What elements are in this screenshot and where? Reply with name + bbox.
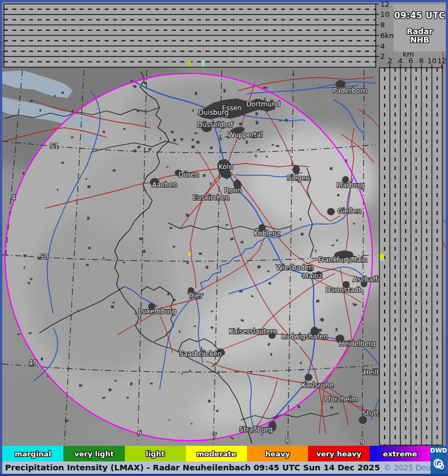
legend-label: very light xyxy=(74,450,114,458)
echo-cell xyxy=(188,253,191,256)
city-label: Marburg xyxy=(337,181,365,189)
town-speck xyxy=(196,141,199,143)
town-speck xyxy=(239,123,242,125)
town-speck xyxy=(22,172,24,175)
town-speck xyxy=(113,302,115,304)
legend-label: very heavy xyxy=(316,450,362,458)
radar-name-label: Radar NHB xyxy=(394,27,446,44)
town-speck xyxy=(246,141,248,144)
echo-cell xyxy=(202,60,204,67)
town-speck xyxy=(300,362,302,364)
legend-item-very-light: very light xyxy=(63,446,124,461)
town-speck xyxy=(127,396,129,398)
grid-label: 9 xyxy=(360,438,365,446)
town-speck xyxy=(263,87,267,89)
city-label: Heidelberg xyxy=(339,340,375,348)
city-label: Darmstadt xyxy=(325,286,361,294)
town-speck xyxy=(150,382,153,384)
town-speck xyxy=(61,162,64,164)
city-label: Düren xyxy=(179,171,199,179)
height-tick-label: 2 xyxy=(380,52,385,60)
height-tick-label: 12 xyxy=(380,0,390,8)
city-label: Duisburg xyxy=(198,109,228,116)
bottom-frame xyxy=(0,474,448,476)
title-bar: Precipitation Intensity (LMAX) - Radar N… xyxy=(2,461,431,474)
map-title: Precipitation Intensity (LMAX) - Radar N… xyxy=(5,463,380,472)
town-speck xyxy=(335,328,338,331)
grid-label: 50 xyxy=(40,253,48,261)
town-speck xyxy=(330,167,333,170)
distance-tick-label: 4 xyxy=(398,57,403,65)
grid-label: 7 xyxy=(212,432,217,440)
town-speck xyxy=(88,247,91,249)
time-label: 09:45 UTC xyxy=(394,11,446,21)
town-speck xyxy=(255,112,258,115)
town-speck xyxy=(216,409,219,412)
town-speck xyxy=(199,253,202,255)
intensity-legend: marginalvery lightlightmoderateheavyvery… xyxy=(2,446,431,461)
legend-label: heavy xyxy=(265,450,290,458)
town-speck xyxy=(226,160,228,162)
echo-cell xyxy=(380,254,384,259)
city-label: Trier xyxy=(188,292,203,300)
town-speck xyxy=(192,138,194,141)
town-speck xyxy=(318,329,322,332)
town-speck xyxy=(256,121,259,124)
town-speck xyxy=(181,373,183,375)
city-label: Karlsruhe xyxy=(301,381,333,389)
town-speck xyxy=(172,246,175,248)
legend-item-heavy: heavy xyxy=(247,446,308,461)
legend-item-moderate: moderate xyxy=(186,446,247,461)
city-label: Aachen xyxy=(152,181,178,189)
town-speck xyxy=(301,233,304,236)
city-label: Mainz xyxy=(303,272,323,280)
town-speck xyxy=(272,144,274,146)
town-speck xyxy=(337,194,339,196)
grid-label: 8 xyxy=(285,437,290,445)
height-tick-label: 8 xyxy=(380,21,385,29)
legend-item-extreme: extreme xyxy=(370,446,431,461)
town-speck xyxy=(250,371,251,374)
town-speck xyxy=(173,138,176,142)
dwd-spiral-icon xyxy=(430,454,446,472)
grid-label: 49 xyxy=(29,359,37,367)
city-label: Koblenz xyxy=(254,230,281,237)
town-speck xyxy=(208,400,211,403)
town-speck xyxy=(87,185,90,188)
legend-label: marginal xyxy=(15,450,51,458)
town-speck xyxy=(71,136,74,138)
town-speck xyxy=(203,174,206,177)
town-speck xyxy=(192,109,194,111)
city-label: Köln xyxy=(218,163,233,171)
town-speck xyxy=(86,264,88,266)
city-label: Paderborn xyxy=(333,87,367,95)
grid-label: 4 xyxy=(11,194,16,202)
town-speck xyxy=(133,150,137,153)
town-speck xyxy=(239,290,242,293)
legend-item-marginal: marginal xyxy=(2,446,63,461)
town-speck xyxy=(279,120,282,122)
legend-label: light xyxy=(146,450,165,458)
town-speck xyxy=(123,128,125,130)
right-profile-panel xyxy=(380,68,443,445)
town-speck xyxy=(186,262,189,264)
city-label: Euskirchen xyxy=(193,194,230,202)
distance-tick-label: 12 xyxy=(437,57,447,65)
town-speck xyxy=(270,353,272,356)
city-label: Düsseldorf xyxy=(197,121,234,129)
echo-cell xyxy=(202,258,204,260)
town-speck xyxy=(65,420,68,422)
grid-label: 6 xyxy=(137,429,142,437)
town-speck xyxy=(194,133,197,134)
radar-map: PaderbornDortmundEssenDuisburgDüsseldorf… xyxy=(0,0,448,476)
town-speck xyxy=(241,241,244,244)
town-speck xyxy=(87,217,90,220)
city-label: Kaiserslautern xyxy=(229,328,277,335)
legend-item-light: light xyxy=(125,446,186,461)
town-speck xyxy=(79,384,82,386)
city-label: Straßburg xyxy=(239,426,273,433)
height-tick-label: 4 xyxy=(380,42,385,50)
town-speck xyxy=(267,270,269,273)
grid-label: 51 xyxy=(50,142,58,150)
copyright-notice: © 2025 Deutscher Wetterdienst xyxy=(384,463,431,472)
